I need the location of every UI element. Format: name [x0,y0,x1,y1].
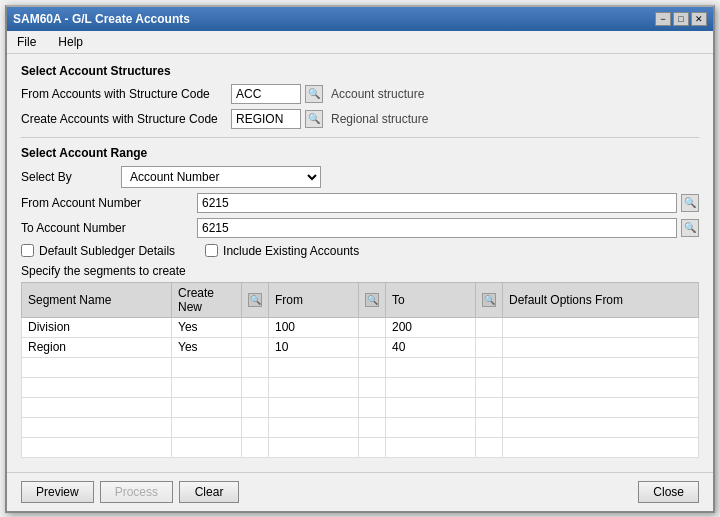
table-header-row: Segment Name Create New 🔍 From 🔍 [22,282,699,317]
table-row: Division Yes 100 200 [22,317,699,337]
col-header-to: To [386,282,476,317]
row-2-to-search [359,337,386,357]
create-structure-static-text: Regional structure [331,112,428,126]
title-bar: SAM60A - G/L Create Accounts − □ ✕ [7,7,713,31]
row-1-to-search [359,317,386,337]
default-subledger-label: Default Subledger Details [39,244,175,258]
from-structure-search-icon[interactable]: 🔍 [305,85,323,103]
main-window: SAM60A - G/L Create Accounts − □ ✕ File … [5,5,715,513]
select-by-row: Select By Account Number Account Name [21,166,699,188]
create-structure-input-wrap: 🔍 Regional structure [231,109,428,129]
table-row-empty-5 [22,437,699,457]
close-button[interactable]: Close [638,481,699,503]
table-row-empty-1 [22,357,699,377]
window-title: SAM60A - G/L Create Accounts [13,12,190,26]
col-header-from-search[interactable]: 🔍 [242,282,269,317]
default-subledger-checkbox[interactable] [21,244,34,257]
content-area: Select Account Structures From Accounts … [7,54,713,468]
row-1-default-options [503,317,699,337]
from-account-search-icon[interactable]: 🔍 [681,194,699,212]
from-structure-input-wrap: 🔍 Account structure [231,84,424,104]
default-col-search-icon[interactable]: 🔍 [482,293,496,307]
process-button[interactable]: Process [100,481,173,503]
row-1-from: 100 [269,317,359,337]
table-row-empty-2 [22,377,699,397]
row-1-segment-name: Division [22,317,172,337]
col-header-create-new: Create New [172,282,242,317]
col-header-to-search[interactable]: 🔍 [359,282,386,317]
segments-table-body: Division Yes 100 200 Region Yes 10 [22,317,699,457]
select-by-dropdown[interactable]: Account Number Account Name [121,166,321,188]
from-structure-static-text: Account structure [331,87,424,101]
minimize-button[interactable]: − [655,12,671,26]
row-2-to: 40 [386,337,476,357]
footer-left-buttons: Preview Process Clear [21,481,239,503]
row-2-create-new: Yes [172,337,242,357]
from-account-input-wrap: 🔍 [197,193,699,213]
to-account-label: To Account Number [21,221,197,235]
create-structure-row: Create Accounts with Structure Code 🔍 Re… [21,109,699,129]
checkbox-section: Default Subledger Details Include Existi… [21,244,699,258]
segments-label: Specify the segments to create [21,264,699,278]
col-header-from: From [269,282,359,317]
to-account-row: To Account Number 🔍 [21,218,699,238]
preview-button[interactable]: Preview [21,481,94,503]
row-2-default-search [476,337,503,357]
create-structure-search-icon[interactable]: 🔍 [305,110,323,128]
row-2-segment-name: Region [22,337,172,357]
maximize-button[interactable]: □ [673,12,689,26]
include-existing-checkbox[interactable] [205,244,218,257]
menu-help[interactable]: Help [52,33,89,51]
to-col-search-icon[interactable]: 🔍 [365,293,379,307]
clear-button[interactable]: Clear [179,481,239,503]
menu-file[interactable]: File [11,33,42,51]
col-header-segment-name: Segment Name [22,282,172,317]
row-2-default-options [503,337,699,357]
create-structure-label: Create Accounts with Structure Code [21,112,231,126]
segments-section: Specify the segments to create Segment N… [21,264,699,458]
row-1-from-search [242,317,269,337]
from-account-input[interactable] [197,193,677,213]
row-1-create-new: Yes [172,317,242,337]
from-structure-row: From Accounts with Structure Code 🔍 Acco… [21,84,699,104]
from-structure-label: From Accounts with Structure Code [21,87,231,101]
include-existing-label: Include Existing Accounts [223,244,359,258]
select-by-label: Select By [21,170,121,184]
title-bar-buttons: − □ ✕ [655,12,707,26]
segments-table: Segment Name Create New 🔍 From 🔍 [21,282,699,458]
from-structure-input[interactable] [231,84,301,104]
from-account-row: From Account Number 🔍 [21,193,699,213]
col-header-default-options: Default Options From [503,282,699,317]
menu-bar: File Help [7,31,713,54]
table-row-empty-3 [22,397,699,417]
row-2-from-search [242,337,269,357]
create-structure-input[interactable] [231,109,301,129]
divider-1 [21,137,699,138]
account-range-label: Select Account Range [21,146,699,160]
footer: Preview Process Clear Close [7,472,713,511]
row-1-default-search [476,317,503,337]
close-window-button[interactable]: ✕ [691,12,707,26]
include-existing-item: Include Existing Accounts [205,244,359,258]
to-account-input[interactable] [197,218,677,238]
to-account-search-icon[interactable]: 🔍 [681,219,699,237]
row-2-from: 10 [269,337,359,357]
table-row: Region Yes 10 40 [22,337,699,357]
to-account-input-wrap: 🔍 [197,218,699,238]
account-structures-label: Select Account Structures [21,64,699,78]
from-account-label: From Account Number [21,196,197,210]
row-1-to: 200 [386,317,476,337]
from-col-search-icon[interactable]: 🔍 [248,293,262,307]
default-subledger-item: Default Subledger Details [21,244,175,258]
table-row-empty-4 [22,417,699,437]
col-header-default-search[interactable]: 🔍 [476,282,503,317]
